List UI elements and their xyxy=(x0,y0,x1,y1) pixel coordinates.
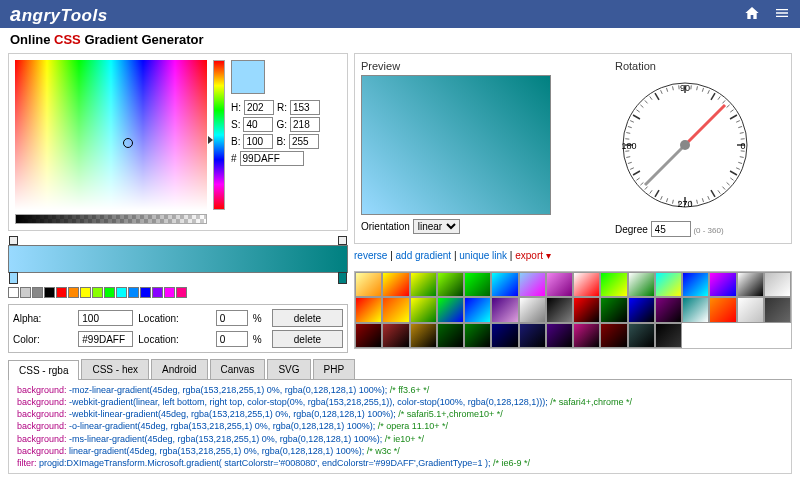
preset-swatch[interactable] xyxy=(546,272,573,297)
preset-swatch[interactable] xyxy=(709,272,736,297)
preset-swatch[interactable] xyxy=(628,272,655,297)
preset-swatch[interactable] xyxy=(410,297,437,322)
rotation-dial[interactable]: 90 0 270 180 xyxy=(615,75,755,215)
preset-swatch[interactable] xyxy=(709,297,736,322)
swatch[interactable] xyxy=(152,287,163,298)
preset-swatch[interactable] xyxy=(600,272,627,297)
location-input[interactable] xyxy=(216,331,248,347)
orientation-select[interactable]: linear xyxy=(413,219,460,234)
swatch[interactable] xyxy=(32,287,43,298)
hue-slider[interactable] xyxy=(213,60,225,210)
preset-swatch[interactable] xyxy=(355,323,382,348)
hex-input[interactable] xyxy=(240,151,304,166)
tab-css-hex[interactable]: CSS - hex xyxy=(81,359,149,379)
preset-swatch[interactable] xyxy=(573,323,600,348)
preset-swatch[interactable] xyxy=(655,272,682,297)
preset-swatch[interactable] xyxy=(600,297,627,322)
preset-swatch[interactable] xyxy=(491,323,518,348)
code-output[interactable]: background: -moz-linear-gradient(45deg, … xyxy=(8,380,792,474)
preset-swatch[interactable] xyxy=(464,272,491,297)
swatch[interactable] xyxy=(56,287,67,298)
r-input[interactable] xyxy=(290,100,320,115)
preset-swatch[interactable] xyxy=(628,297,655,322)
add-gradient-link[interactable]: add gradient xyxy=(396,250,452,261)
swatch[interactable] xyxy=(20,287,31,298)
tab-css-rgba[interactable]: CSS - rgba xyxy=(8,360,79,380)
color-stop[interactable] xyxy=(338,272,347,284)
preset-swatch[interactable] xyxy=(546,323,573,348)
preset-swatch[interactable] xyxy=(355,297,382,322)
preset-swatch[interactable] xyxy=(382,297,409,322)
alpha-input[interactable] xyxy=(78,310,133,326)
preset-swatch[interactable] xyxy=(764,272,791,297)
preset-swatch[interactable] xyxy=(737,272,764,297)
color-stop[interactable] xyxy=(9,272,18,284)
preset-swatch[interactable] xyxy=(519,297,546,322)
s-input[interactable] xyxy=(243,117,273,132)
preset-swatch[interactable] xyxy=(682,272,709,297)
swatch[interactable] xyxy=(140,287,151,298)
swatch[interactable] xyxy=(128,287,139,298)
preset-swatch[interactable] xyxy=(764,297,791,322)
delete-button[interactable]: delete xyxy=(272,309,343,327)
preset-swatch[interactable] xyxy=(655,297,682,322)
swatch[interactable] xyxy=(44,287,55,298)
color-field[interactable] xyxy=(15,60,207,210)
preset-swatch[interactable] xyxy=(437,323,464,348)
preset-swatch[interactable] xyxy=(519,272,546,297)
preset-swatch[interactable] xyxy=(437,272,464,297)
preset-swatch[interactable] xyxy=(709,323,736,348)
preset-swatch[interactable] xyxy=(355,272,382,297)
location-input[interactable] xyxy=(216,310,248,326)
g-input[interactable] xyxy=(290,117,320,132)
preset-swatch[interactable] xyxy=(600,323,627,348)
preset-swatch[interactable] xyxy=(764,323,791,348)
tab-canvas[interactable]: Canvas xyxy=(210,359,266,379)
preset-swatch[interactable] xyxy=(628,323,655,348)
opacity-stop[interactable] xyxy=(338,236,347,245)
preset-swatch[interactable] xyxy=(655,323,682,348)
tab-android[interactable]: Android xyxy=(151,359,207,379)
bl-input[interactable] xyxy=(289,134,319,149)
preset-swatch[interactable] xyxy=(464,323,491,348)
color-cursor[interactable] xyxy=(123,138,133,148)
preset-swatch[interactable] xyxy=(682,323,709,348)
preset-swatch[interactable] xyxy=(382,272,409,297)
swatch[interactable] xyxy=(116,287,127,298)
color-input[interactable] xyxy=(78,331,133,347)
swatch[interactable] xyxy=(92,287,103,298)
preset-swatch[interactable] xyxy=(737,297,764,322)
preset-swatch[interactable] xyxy=(573,272,600,297)
preset-swatch[interactable] xyxy=(519,323,546,348)
preset-swatch[interactable] xyxy=(573,297,600,322)
tab-svg[interactable]: SVG xyxy=(267,359,310,379)
preset-swatch[interactable] xyxy=(464,297,491,322)
opacity-stop[interactable] xyxy=(9,236,18,245)
preset-swatch[interactable] xyxy=(382,323,409,348)
unique-link[interactable]: unique link xyxy=(459,250,507,261)
h-input[interactable] xyxy=(244,100,274,115)
preset-swatch[interactable] xyxy=(410,272,437,297)
preset-swatch[interactable] xyxy=(546,297,573,322)
delete-button[interactable]: delete xyxy=(272,330,343,348)
swatch[interactable] xyxy=(80,287,91,298)
export-link[interactable]: export ▾ xyxy=(515,250,551,261)
swatch[interactable] xyxy=(164,287,175,298)
preset-swatch[interactable] xyxy=(410,323,437,348)
home-icon[interactable] xyxy=(744,5,760,23)
gradient-bar[interactable] xyxy=(8,245,348,273)
reverse-link[interactable]: reverse xyxy=(354,250,387,261)
degree-input[interactable] xyxy=(651,221,691,237)
b-input[interactable] xyxy=(243,134,273,149)
tab-php[interactable]: PHP xyxy=(313,359,356,379)
alpha-slider[interactable] xyxy=(15,214,207,224)
swatch[interactable] xyxy=(104,287,115,298)
menu-icon[interactable] xyxy=(774,5,790,23)
preset-swatch[interactable] xyxy=(682,297,709,322)
hue-handle[interactable] xyxy=(208,136,213,144)
preset-swatch[interactable] xyxy=(437,297,464,322)
swatch[interactable] xyxy=(8,287,19,298)
swatch[interactable] xyxy=(68,287,79,298)
preset-swatch[interactable] xyxy=(491,297,518,322)
preset-swatch[interactable] xyxy=(737,323,764,348)
